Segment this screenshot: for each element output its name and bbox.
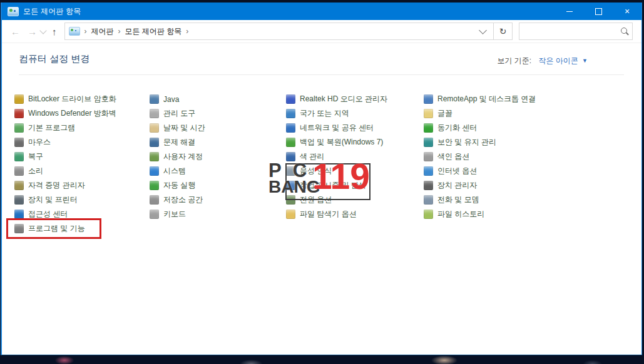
- control-panel-item[interactable]: 기본 프로그램: [14, 121, 147, 135]
- view-by-dropdown[interactable]: 작은 아이콘: [538, 56, 578, 65]
- control-panel-item[interactable]: 동기화 센터: [424, 121, 556, 135]
- control-panel-item[interactable]: 복구: [14, 149, 147, 164]
- control-panel-item[interactable]: BitLocker 드라이브 암호화: [14, 92, 147, 106]
- items-column-3: Realtek HD 오디오 관리자 국가 또는 지역 네트워크 및 공유 센터…: [286, 92, 419, 221]
- java-icon: [150, 94, 159, 104]
- control-panel-item[interactable]: 마우스: [14, 135, 147, 149]
- admin-tools-icon: [150, 109, 159, 118]
- sound-icon: [14, 166, 24, 176]
- close-button[interactable]: ×: [613, 3, 641, 20]
- control-panel-item[interactable]: 전원 옵션: [286, 193, 419, 207]
- date-time-icon: [150, 123, 159, 133]
- item-label: 시스템: [163, 166, 186, 176]
- control-panel-item[interactable]: 관리 도구: [150, 106, 282, 121]
- control-panel-item[interactable]: 백업 및 복원(Windows 7): [286, 135, 419, 149]
- control-panel-item[interactable]: 색 관리: [286, 149, 419, 164]
- refresh-button[interactable]: ↻: [494, 23, 513, 40]
- minimize-button[interactable]: [555, 3, 584, 20]
- control-panel-item[interactable]: 글꼴: [424, 106, 556, 121]
- control-panel-item[interactable]: 자동 실행: [150, 178, 282, 193]
- item-label: 동기화 센터: [437, 123, 477, 133]
- control-panel-item[interactable]: 파일 히스토리: [424, 207, 556, 221]
- control-panel-item[interactable]: 장치 관리자: [424, 178, 556, 193]
- control-panel-item[interactable]: 키보드: [150, 207, 282, 221]
- control-panel-item[interactable]: 날짜 및 시간: [150, 121, 282, 135]
- ease-of-access-icon: [14, 210, 24, 219]
- item-label: 국가 또는 지역: [300, 108, 349, 119]
- control-panel-item[interactable]: 소리: [14, 164, 147, 178]
- control-panel-item[interactable]: Realtek HD 오디오 관리자: [286, 92, 419, 106]
- content-area: 컴퓨터 설정 변경 보기 기준: 작은 아이콘 ▼ BitLocker 드라이브…: [2, 43, 641, 355]
- item-label: 색 관리: [300, 151, 324, 162]
- up-button[interactable]: ↑: [48, 27, 61, 36]
- control-panel-item[interactable]: 파일 탐색기 옵션: [286, 207, 419, 221]
- history-chevron-icon[interactable]: [39, 27, 46, 34]
- close-icon: ×: [625, 7, 630, 16]
- item-label: 전화 및 모뎀: [437, 195, 479, 205]
- storage-spaces-icon: [150, 195, 159, 205]
- item-label: 복구: [28, 151, 43, 162]
- system-icon: [150, 166, 159, 176]
- control-panel-item[interactable]: Java: [150, 92, 282, 106]
- control-panel-item[interactable]: Windows Defender 방화벽: [14, 106, 147, 121]
- control-panel-item[interactable]: 전화 및 모뎀: [424, 193, 556, 207]
- control-panel-item[interactable]: 색인 옵션: [424, 149, 556, 164]
- item-label: 전원 옵션: [300, 195, 332, 205]
- item-label: 색인 옵션: [437, 151, 469, 162]
- control-panel-item[interactable]: 국가 또는 지역: [286, 106, 419, 121]
- control-panel-item[interactable]: RemoteApp 및 데스크톱 연결: [424, 92, 556, 106]
- security-maintenance-icon: [424, 138, 433, 147]
- item-label: 문제 해결: [163, 137, 195, 148]
- default-programs-icon: [14, 123, 24, 133]
- window-title: 모든 제어판 항목: [23, 6, 81, 17]
- backup-restore-icon: [286, 138, 295, 147]
- item-label: 보안 및 유지 관리: [437, 137, 496, 148]
- control-panel-item[interactable]: 문제 해결: [150, 135, 282, 149]
- view-by-label: 보기 기준:: [497, 56, 531, 65]
- color-management-icon: [286, 152, 295, 161]
- item-label: 날짜 및 시간: [163, 123, 205, 133]
- control-panel-item[interactable]: 접근성 센터: [14, 207, 147, 221]
- control-panel-item[interactable]: 프로그램 및 기능: [14, 221, 147, 236]
- item-label: 음성 인식: [300, 166, 332, 176]
- item-label: 접근성 센터: [28, 209, 68, 220]
- address-location-icon: [69, 27, 80, 36]
- address-dropdown-icon[interactable]: [479, 26, 487, 34]
- item-label: 소리: [28, 166, 43, 176]
- control-panel-item[interactable]: 장치 및 프린터: [14, 193, 147, 207]
- internet-options-icon: [424, 166, 433, 176]
- item-label: Java: [163, 95, 179, 104]
- maximize-button[interactable]: [584, 3, 613, 20]
- control-panel-item[interactable]: 보안 및 유지 관리: [424, 135, 556, 149]
- control-panel-item[interactable]: 저장소 공간: [150, 193, 282, 207]
- item-label: 인터넷 옵션: [437, 166, 477, 176]
- item-label: 파일 히스토리: [437, 209, 484, 220]
- fonts-icon: [424, 109, 433, 118]
- control-panel-item[interactable]: 음성 인식: [286, 164, 419, 178]
- forward-button[interactable]: →: [24, 27, 41, 36]
- file-history-icon: [424, 210, 433, 219]
- address-bar[interactable]: › 제어판 › 모든 제어판 항목 ›: [64, 23, 494, 40]
- phone-modem-icon: [424, 195, 433, 205]
- minimize-icon: [566, 11, 573, 12]
- control-panel-item[interactable]: 사용자 계정: [150, 149, 282, 164]
- control-panel-item[interactable]: 시스템: [150, 164, 282, 178]
- item-label: BitLocker 드라이브 암호화: [28, 94, 116, 104]
- breadcrumb-control-panel[interactable]: 제어판: [89, 26, 116, 37]
- search-input[interactable]: [519, 23, 632, 39]
- back-button[interactable]: ←: [7, 27, 24, 36]
- speech-recognition-icon: [286, 166, 295, 176]
- item-label: 글꼴: [437, 108, 452, 119]
- network-sharing-icon: [286, 123, 295, 133]
- breadcrumb-all-items[interactable]: 모든 제어판 항목: [123, 26, 185, 37]
- view-by-dropdown-arrow-icon[interactable]: ▼: [582, 58, 588, 64]
- file-explorer-options-icon: [286, 210, 295, 219]
- keyboard-icon: [150, 210, 159, 219]
- search-icon: [621, 28, 627, 34]
- control-panel-item[interactable]: 네트워크 및 공유 센터: [286, 121, 419, 135]
- control-panel-item[interactable]: 자격 증명 관리자: [14, 178, 147, 193]
- realtek-audio-icon: [286, 94, 295, 104]
- item-label: 장치 및 프린터: [28, 195, 78, 205]
- control-panel-item[interactable]: 작업 표시줄 및 탐색: [286, 178, 419, 193]
- control-panel-item[interactable]: 인터넷 옵션: [424, 164, 556, 178]
